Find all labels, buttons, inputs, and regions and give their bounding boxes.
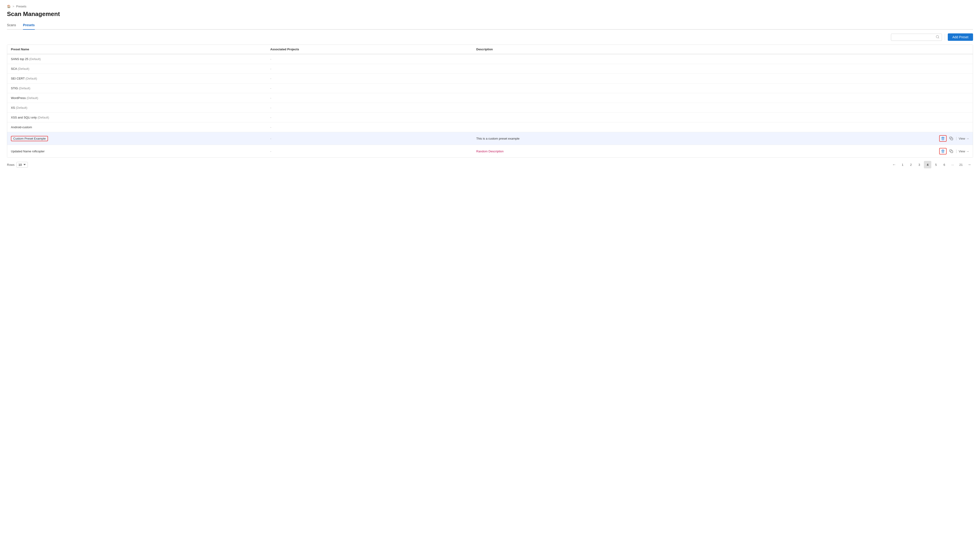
preset-name-cell: SEI CERT (Default) [7,74,266,83]
row-actions: |View→ [764,148,969,154]
associated-projects-cell: - [266,93,473,103]
page-btn-2[interactable]: 2 [907,161,915,168]
description-cell [473,83,760,93]
add-preset-button[interactable]: Add Preset [948,33,973,41]
copy-button[interactable] [948,148,954,154]
view-link[interactable]: View→ [959,137,969,140]
page-btn-5[interactable]: 5 [932,161,940,168]
tab-scans[interactable]: Scans [7,21,16,30]
associated-projects-cell: - [266,103,473,113]
view-label: View [959,137,965,140]
preset-name-cell: SANS top 25 (Default) [7,54,266,64]
actions-cell: |View→ [760,145,973,158]
prev-page-button[interactable]: ← [891,161,898,168]
col-header-name: Preset Name [7,45,266,54]
rows-label: Rows [7,163,14,167]
action-separator: | [956,149,957,153]
preset-name: STIG [11,86,18,90]
actions-cell [760,74,973,83]
page-title: Scan Management [7,10,973,18]
preset-name-cell: XSS and SQLi only (Default) [7,113,266,123]
view-arrow-icon: → [966,150,969,153]
page-btn-4[interactable]: 4 [924,161,931,168]
preset-name[interactable]: Updated Name roflcopter [11,150,45,153]
breadcrumb-current: Presets [16,5,26,8]
page-btn-1[interactable]: 1 [899,161,906,168]
breadcrumb-separator: > [13,5,14,8]
toolbar-divider [945,34,945,40]
search-input[interactable] [894,35,936,39]
presets-table: Preset Name Associated Projects Descript… [7,45,973,158]
description-cell [473,103,760,113]
actions-cell [760,113,973,123]
delete-button[interactable] [939,135,947,142]
table-row: XSS and SQLi only (Default)- [7,113,973,123]
preset-tag: (Default) [18,86,30,90]
action-separator: | [956,136,957,140]
description-cell [473,123,760,132]
table-row: STIG (Default)- [7,83,973,93]
preset-name-cell: Custom Preset Example [7,132,266,145]
actions-cell [760,103,973,113]
svg-rect-3 [951,151,953,153]
table-row: XS (Default)- [7,103,973,113]
table-row: SCA (Default)- [7,64,973,74]
preset-name-cell: SCA (Default) [7,64,266,74]
table-row: Android-custom- [7,123,973,132]
svg-line-1 [938,38,939,38]
copy-button[interactable] [948,136,954,141]
associated-projects-cell: - [266,54,473,64]
page-wrapper: 🏠 > Presets Scan Management Scans Preset… [0,0,980,554]
pagination: ← 1 2 3 4 5 6 ··· 21 → [891,161,973,168]
preset-tag: (Default) [28,57,41,61]
next-page-button[interactable]: → [966,161,973,168]
associated-projects-cell: - [266,83,473,93]
table-row: WordPress (Default)- [7,93,973,103]
delete-button[interactable] [939,148,947,154]
table-row: SEI CERT (Default)- [7,74,973,83]
description-cell: Random Description [473,145,760,158]
table-row: Custom Preset Example-This is a custom p… [7,132,973,145]
actions-cell [760,54,973,64]
col-header-actions [760,45,973,54]
preset-name: Android-custom [11,126,32,129]
col-header-projects: Associated Projects [266,45,473,54]
page-btn-21[interactable]: 21 [957,161,965,168]
tabs-bar: Scans Presets [7,21,973,30]
preset-name: SEI CERT [11,77,25,80]
associated-projects-cell: - [266,145,473,158]
presets-table-container: Preset Name Associated Projects Descript… [7,45,973,158]
home-icon[interactable]: 🏠 [7,5,11,8]
preset-name: XSS and SQLi only [11,116,37,119]
svg-rect-2 [951,138,953,140]
actions-cell [760,93,973,103]
description-cell [473,64,760,74]
description-cell [473,54,760,64]
search-icon [936,35,939,40]
preset-tag: (Default) [26,96,38,100]
actions-cell: |View→ [760,132,973,145]
page-btn-6[interactable]: 6 [940,161,948,168]
tab-presets[interactable]: Presets [23,21,35,30]
table-header: Preset Name Associated Projects Descript… [7,45,973,54]
associated-projects-cell: - [266,132,473,145]
search-box [891,33,942,41]
preset-name: SANS top 25 [11,57,28,61]
rows-select[interactable]: 5 10 25 50 [16,162,28,168]
toolbar: Add Preset [7,30,973,45]
description-cell: This is a custom preset example [473,132,760,145]
associated-projects-cell: - [266,74,473,83]
actions-cell [760,83,973,93]
view-arrow-icon: → [966,137,969,140]
actions-cell [760,64,973,74]
description-cell [473,74,760,83]
associated-projects-cell: - [266,64,473,74]
page-btn-ellipsis: ··· [949,161,956,168]
table-row: SANS top 25 (Default)- [7,54,973,64]
preset-name-highlighted: Custom Preset Example [11,136,48,141]
page-btn-3[interactable]: 3 [916,161,923,168]
view-link[interactable]: View→ [959,150,969,153]
preset-name-cell: Android-custom [7,123,266,132]
preset-name: XS [11,106,15,110]
preset-name: SCA [11,67,17,70]
